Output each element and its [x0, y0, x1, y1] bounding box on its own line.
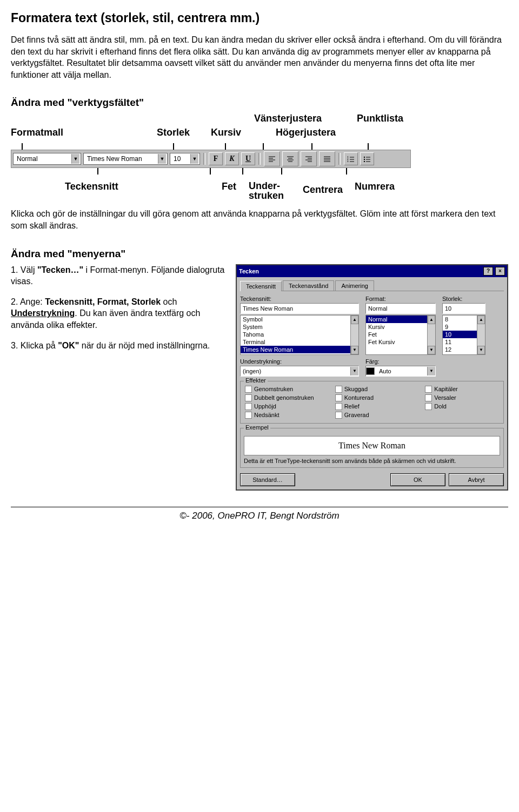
scroll-up-icon[interactable]: ▲	[477, 316, 485, 324]
dropdown-arrow-icon: ▼	[190, 154, 198, 164]
underline-label: Understrykning:	[240, 358, 359, 365]
label-teckensnitt: Teckensnitt	[65, 181, 118, 192]
exempel-group: Exempel Times New Roman Detta är ett Tru…	[240, 428, 504, 468]
step-2: 2. Ange: Teckensnitt, Format, Storlek oc…	[11, 296, 225, 331]
checkbox-upphojd[interactable]: Upphöjd	[245, 403, 319, 410]
checkbox-konturerad[interactable]: Konturerad	[335, 394, 409, 401]
dropdown-arrow-icon: ▼	[158, 154, 166, 164]
tecken-dialog: Tecken ? × Teckensnitt Teckenavstånd Ani…	[236, 264, 508, 491]
list-item[interactable]: Times New Roman	[241, 346, 358, 353]
list-item[interactable]: Symbol	[241, 316, 358, 323]
checkbox-genomstruken[interactable]: Genomstruken	[245, 386, 319, 393]
label-vansterjustera: Vänsterjustera	[254, 113, 322, 124]
intro-paragraph: Det finns två sätt att ändra stil, mm. p…	[11, 34, 508, 80]
list-item[interactable]: Fet	[366, 331, 435, 338]
label-fet: Fet	[222, 181, 236, 192]
toolbar-illustration: Vänsterjustera Punktlista Formatmall Sto…	[11, 113, 411, 204]
checkbox-nedsankt[interactable]: Nedsänkt	[245, 412, 319, 419]
color-swatch-icon	[366, 367, 375, 375]
checkbox-skuggad[interactable]: Skuggad	[335, 386, 409, 393]
checkbox-graverad[interactable]: Graverad	[335, 412, 409, 419]
color-dropdown[interactable]: Auto▼	[365, 366, 436, 377]
scroll-up-icon[interactable]: ▲	[351, 316, 358, 324]
numbered-list-icon: 123	[347, 156, 355, 162]
note-text: Detta är ett TrueType-teckensnitt som an…	[244, 458, 500, 464]
label-punktlista: Punktlista	[357, 113, 403, 124]
list-item[interactable]: Kursiv	[366, 323, 435, 331]
svg-point-24	[364, 159, 365, 160]
scroll-down-icon[interactable]: ▼	[428, 346, 435, 354]
align-left-icon	[268, 156, 276, 162]
italic-button[interactable]: K	[225, 152, 239, 165]
checkbox-dold[interactable]: Dold	[425, 403, 499, 410]
steps-column: 1. Välj "Tecken…" i Format-menyn. Följan…	[11, 264, 225, 491]
scroll-up-icon[interactable]: ▲	[428, 316, 435, 324]
dropdown-arrow-icon: ▼	[427, 367, 435, 375]
dialog-titlebar: Tecken ? ×	[237, 265, 507, 277]
label-kursiv: Kursiv	[211, 127, 241, 138]
step-1: 1. Välj "Tecken…" i Format-menyn. Följan…	[11, 264, 225, 287]
bold-button[interactable]: F	[209, 152, 223, 165]
toolbar-top-labels: Vänsterjustera Punktlista Formatmall Sto…	[11, 113, 411, 143]
formatting-toolbar: Normal ▼ Times New Roman ▼ 10 ▼ F K U 1	[11, 150, 411, 168]
align-right-icon	[305, 156, 312, 162]
align-center-button[interactable]	[282, 151, 298, 166]
font-label: Teckensnitt:	[240, 296, 359, 302]
close-button[interactable]: ×	[495, 267, 505, 276]
step-3: 3. Klicka på "OK" när du är nöjd med ins…	[11, 340, 225, 352]
font-dropdown[interactable]: Times New Roman ▼	[83, 153, 168, 165]
list-item[interactable]: Terminal	[241, 338, 358, 346]
font-value: Times New Roman	[85, 155, 158, 163]
exempel-legend: Exempel	[244, 424, 270, 431]
format-input[interactable]: Normal	[365, 303, 436, 314]
page-footer: ©- 2006, OnePRO IT, Bengt Nordström	[11, 507, 508, 521]
bullet-list-icon	[363, 156, 371, 162]
size-label: Storlek:	[442, 296, 485, 302]
align-center-icon	[287, 156, 294, 162]
align-left-button[interactable]	[264, 151, 280, 166]
font-listbox[interactable]: Symbol System Tahoma Terminal Times New …	[240, 315, 359, 355]
bullet-list-button[interactable]	[360, 152, 374, 165]
style-dropdown[interactable]: Normal ▼	[13, 153, 81, 165]
page-title: Formatera text (storlek, stil, centrera …	[11, 11, 508, 25]
label-storlek: Storlek	[157, 127, 190, 138]
toolbar-bottom-labels: Teckensnitt Fet Under-struken Centrera N…	[11, 175, 411, 204]
size-input[interactable]: 10	[442, 303, 485, 314]
align-right-button[interactable]	[301, 151, 317, 166]
dialog-tabs: Teckensnitt Teckenavstånd Animering	[240, 280, 504, 291]
label-formatmall: Formatmall	[11, 127, 63, 138]
align-justify-button[interactable]	[319, 151, 335, 166]
size-dropdown[interactable]: 10 ▼	[170, 153, 200, 165]
section1-text: Klicka och gör de inställningar du vill …	[11, 208, 508, 231]
format-listbox[interactable]: Normal Kursiv Fet Fet Kursiv ▲▼	[365, 315, 436, 355]
cancel-button[interactable]: Avbryt	[449, 473, 504, 486]
scroll-down-icon[interactable]: ▼	[351, 346, 358, 354]
preview-box: Times New Roman	[244, 436, 500, 455]
list-item[interactable]: Tahoma	[241, 331, 358, 338]
underline-dropdown[interactable]: (ingen)▼	[240, 366, 359, 377]
tab-teckensnitt[interactable]: Teckensnitt	[240, 281, 282, 291]
ok-button[interactable]: OK	[390, 473, 445, 486]
format-label: Format:	[365, 296, 436, 302]
checkbox-dubbelt-genomstruken[interactable]: Dubbelt genomstruken	[245, 394, 319, 401]
help-button[interactable]: ?	[483, 267, 493, 276]
svg-text:3: 3	[347, 160, 349, 162]
label-hogerjustera: Högerjustera	[276, 127, 336, 138]
checkbox-versaler[interactable]: Versaler	[425, 394, 499, 401]
size-listbox[interactable]: 8 9 10 11 12 ▲▼	[442, 315, 485, 355]
label-numrera: Numrera	[355, 181, 395, 192]
underline-button[interactable]: U	[241, 152, 255, 165]
tab-animering[interactable]: Animering	[335, 280, 374, 291]
numbered-list-button[interactable]: 123	[344, 152, 358, 165]
list-item[interactable]: System	[241, 323, 358, 331]
font-input[interactable]: Times New Roman	[240, 303, 359, 314]
list-item[interactable]: Normal	[366, 316, 435, 323]
checkbox-kapitaler[interactable]: Kapitäler	[425, 386, 499, 393]
style-value: Normal	[15, 155, 71, 163]
tab-teckenavstand[interactable]: Teckenavstånd	[283, 280, 334, 291]
standard-button[interactable]: Standard…	[240, 473, 295, 486]
list-item[interactable]: Fet Kursiv	[366, 338, 435, 346]
checkbox-relief[interactable]: Relief	[335, 403, 409, 410]
scroll-down-icon[interactable]: ▼	[477, 346, 485, 354]
dropdown-arrow-icon: ▼	[350, 367, 358, 375]
